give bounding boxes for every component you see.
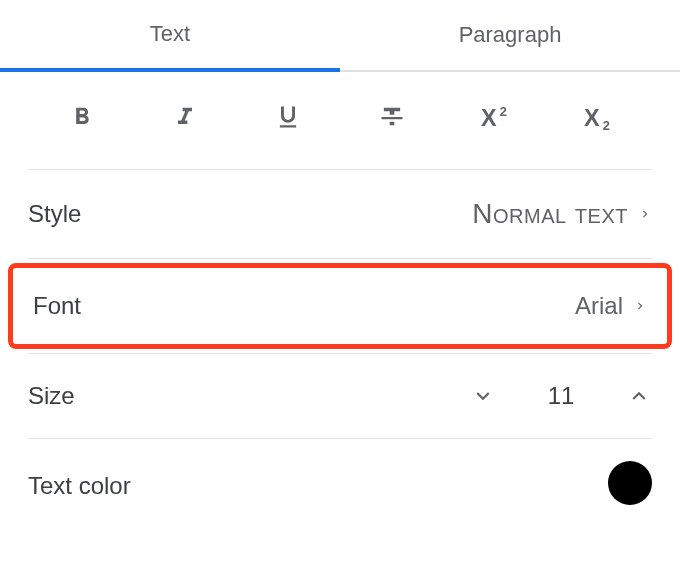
svg-text:X: X [584, 105, 600, 131]
style-row[interactable]: Style Normal text [0, 170, 680, 258]
italic-button[interactable] [162, 94, 207, 139]
chevron-up-icon [626, 383, 652, 409]
subscript-button[interactable]: X 2 [576, 94, 621, 139]
size-controls: 11 [470, 382, 652, 410]
svg-text:2: 2 [500, 103, 507, 118]
font-row-highlight: Font Arial [8, 263, 672, 349]
underline-icon [274, 103, 302, 131]
font-value: Arial [575, 292, 623, 320]
font-row[interactable]: Font Arial [13, 268, 667, 344]
bold-icon [68, 103, 96, 131]
size-decrease-button[interactable] [470, 383, 496, 409]
size-increase-button[interactable] [626, 383, 652, 409]
font-value-wrap: Arial [575, 292, 647, 320]
divider [28, 258, 652, 259]
subscript-icon: X 2 [581, 103, 615, 131]
bold-button[interactable] [59, 94, 104, 139]
style-label: Style [28, 200, 81, 228]
svg-text:2: 2 [603, 117, 610, 130]
superscript-button[interactable]: X 2 [472, 94, 517, 139]
strikethrough-icon [378, 103, 406, 131]
size-value: 11 [546, 382, 576, 410]
text-color-label: Text color [28, 472, 131, 494]
tab-text[interactable]: Text [0, 0, 340, 72]
chevron-down-icon [470, 383, 496, 409]
style-value: Normal text [472, 198, 628, 230]
text-color-swatch[interactable] [608, 461, 652, 505]
strikethrough-button[interactable] [369, 94, 414, 139]
size-label: Size [28, 382, 75, 410]
font-label: Font [33, 292, 81, 320]
style-value-wrap: Normal text [472, 198, 652, 230]
tab-bar: Text Paragraph [0, 0, 680, 72]
size-row: Size 11 [0, 354, 680, 438]
tab-paragraph[interactable]: Paragraph [340, 0, 680, 72]
format-toolbar: X 2 X 2 [0, 72, 680, 169]
text-color-row[interactable]: Text color [0, 439, 680, 505]
chevron-right-icon [638, 203, 652, 225]
underline-button[interactable] [266, 94, 311, 139]
chevron-right-icon [633, 295, 647, 317]
superscript-icon: X 2 [478, 103, 512, 131]
svg-text:X: X [481, 105, 497, 131]
italic-icon [171, 103, 199, 131]
